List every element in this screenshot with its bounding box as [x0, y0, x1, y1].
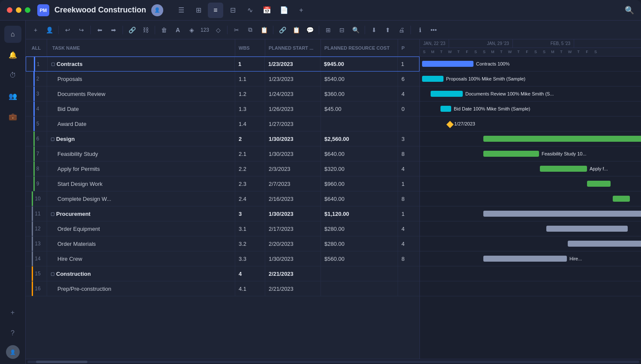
baseline-button[interactable]: 📋: [290, 24, 303, 36]
gantt-bar[interactable]: [483, 211, 641, 217]
gantt-row: Bid Date 100% Mike Smith (Sample): [420, 101, 641, 116]
gantt-bar[interactable]: [613, 196, 630, 202]
cut-button[interactable]: ✂: [230, 24, 243, 36]
gantt-bar[interactable]: [540, 166, 587, 172]
scrollbar-thumb[interactable]: [36, 361, 87, 363]
list-view-icon[interactable]: ☰: [174, 3, 189, 18]
link-button[interactable]: 🔗: [126, 24, 138, 36]
milestone-diamond[interactable]: [446, 121, 454, 128]
download-button[interactable]: ⬇: [368, 24, 380, 36]
outdent-button[interactable]: ⬅: [93, 24, 106, 36]
dependency-button[interactable]: 🔗: [276, 24, 289, 36]
table-row[interactable]: 13Order Materials3.22/20/2023$280.004: [26, 236, 419, 251]
day-label: S: [471, 50, 480, 54]
row-task-name: Apply for Permits: [47, 161, 235, 176]
table-row[interactable]: 16Prep/Pre-construction4.12/21/2023: [26, 281, 419, 296]
gantt-bar[interactable]: [587, 181, 611, 187]
row-wbs: 1.4: [235, 116, 265, 131]
gantt-bar[interactable]: [431, 91, 463, 97]
table-row[interactable]: 14Hire Crew3.31/30/2023$560.008: [26, 251, 419, 266]
unlink-button[interactable]: ⛓: [139, 24, 152, 36]
gantt-bar[interactable]: [422, 61, 473, 67]
redo-button[interactable]: ↪: [75, 24, 88, 36]
maximize-button[interactable]: [25, 7, 30, 13]
upload-button[interactable]: ⬆: [381, 24, 394, 36]
row-task-name: Bid Date: [47, 101, 235, 116]
user-avatar-header[interactable]: 👤: [151, 4, 163, 16]
add-person-button[interactable]: 👤: [43, 24, 56, 36]
table-row[interactable]: 5Award Date1.41/27/2023: [26, 116, 419, 131]
file-view-icon[interactable]: 📄: [276, 3, 292, 18]
gantt-view-icon[interactable]: ≡: [208, 3, 223, 18]
bottom-scrollbar[interactable]: [26, 359, 641, 364]
columns-button[interactable]: ⊞: [322, 24, 335, 36]
more-button[interactable]: •••: [427, 24, 440, 36]
sidebar-notifications-icon[interactable]: 🔔: [4, 46, 21, 63]
row-color-bar: [33, 161, 35, 176]
table-row[interactable]: 8Apply for Permits2.22/3/2023$320.004: [26, 161, 419, 176]
group-toggle-icon[interactable]: ▢: [51, 212, 54, 216]
row-cost: $45.00: [321, 101, 398, 116]
sidebar-team-icon[interactable]: 👥: [4, 87, 21, 104]
print-button[interactable]: 🖨: [395, 24, 408, 36]
group-toggle-icon[interactable]: ▢: [51, 62, 55, 66]
sidebar-add-icon[interactable]: +: [4, 304, 21, 321]
table-row[interactable]: 3Documents Review1.21/24/2023$360.004: [26, 87, 419, 101]
group-toggle-icon[interactable]: ▢: [51, 272, 54, 276]
table-row[interactable]: 7Feasibility Study2.11/30/2023$640.008: [26, 146, 419, 161]
task-name-label: Apply for Permits: [57, 166, 100, 172]
gantt-bar[interactable]: [568, 241, 641, 247]
add-task-button[interactable]: +: [29, 24, 42, 36]
sidebar-help-icon[interactable]: ?: [4, 325, 21, 342]
close-button[interactable]: [7, 7, 12, 13]
search-button[interactable]: 🔍: [625, 6, 634, 15]
add-view-icon[interactable]: +: [294, 3, 309, 18]
gantt-bar[interactable]: [440, 106, 451, 112]
diamond-button[interactable]: ◇: [212, 24, 225, 36]
row-wbs: 4: [235, 266, 265, 281]
sidebar-portfolio-icon[interactable]: 💼: [4, 108, 21, 125]
copy-button[interactable]: ⧉: [244, 24, 257, 36]
gantt-bar[interactable]: [483, 151, 539, 157]
indent-button[interactable]: ➡: [107, 24, 120, 36]
comment-button[interactable]: 💬: [303, 24, 316, 36]
row-num-label: 14: [35, 256, 40, 262]
table-row[interactable]: 4Bid Date1.31/26/2023$45.000: [26, 101, 419, 116]
sidebar-home-icon[interactable]: ⌂: [4, 26, 21, 43]
day-label: S: [540, 50, 548, 54]
delete-button[interactable]: 🗑: [158, 24, 171, 36]
minimize-button[interactable]: [16, 7, 21, 13]
scrollbar-track[interactable]: [27, 361, 639, 363]
toolbar-divider-6: [273, 26, 273, 34]
paste-button[interactable]: 📋: [258, 24, 270, 36]
fill-button[interactable]: ◈: [185, 24, 198, 36]
row-wbs: 1.3: [235, 101, 265, 116]
text-button[interactable]: A: [171, 24, 184, 36]
board-view-icon[interactable]: ⊞: [191, 3, 206, 18]
sidebar-user-avatar[interactable]: 👤: [6, 345, 20, 359]
gantt-bar[interactable]: [422, 76, 443, 82]
table-row[interactable]: 2Proposals1.11/23/2023$540.006: [26, 72, 419, 87]
table-row[interactable]: 1▢ Contracts11/23/2023$945.001: [26, 57, 419, 72]
table-row[interactable]: 6▢ Design21/30/2023$2,560.003: [26, 131, 419, 146]
table-row[interactable]: 12Order Equipment3.12/17/2023$280.004: [26, 221, 419, 236]
table-row[interactable]: 11▢ Procurement31/30/2023$1,120.001: [26, 206, 419, 221]
table-button[interactable]: ⊟: [335, 24, 348, 36]
activity-view-icon[interactable]: ∿: [242, 3, 258, 18]
gantt-bar[interactable]: [483, 136, 641, 142]
undo-button[interactable]: ↩: [61, 24, 74, 36]
gantt-bar[interactable]: [483, 256, 567, 262]
info-button[interactable]: ℹ: [413, 24, 426, 36]
gantt-row: Hire...: [420, 251, 641, 266]
day-label: W: [506, 50, 514, 54]
table-view-icon[interactable]: ⊟: [225, 3, 240, 18]
zoom-fit-button[interactable]: 🔍: [349, 24, 362, 36]
calendar-view-icon[interactable]: 📅: [259, 3, 275, 18]
task-name-label: Start Design Work: [57, 181, 102, 187]
table-row[interactable]: 9Start Design Work2.32/7/2023$960.001: [26, 176, 419, 191]
table-row[interactable]: 10Complete Design W...2.42/16/2023$640.0…: [26, 191, 419, 206]
gantt-bar[interactable]: [546, 226, 628, 232]
sidebar-clock-icon[interactable]: ⏱: [4, 67, 21, 84]
group-toggle-icon[interactable]: ▢: [51, 137, 54, 141]
table-row[interactable]: 15▢ Construction42/21/2023: [26, 266, 419, 281]
